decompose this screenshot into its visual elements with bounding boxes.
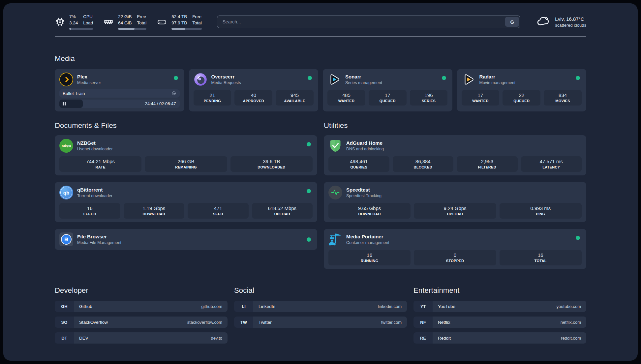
section-title-media: Media	[55, 54, 586, 63]
stat-box: 22 QUEUED	[503, 90, 540, 106]
ram-progress-bar	[118, 28, 146, 30]
app-description: Media server	[77, 80, 101, 85]
app-name: Sonarr	[345, 74, 382, 79]
link-name: StackOverflow	[79, 320, 108, 325]
stat-value: 266 GB	[146, 159, 226, 164]
status-dot	[307, 237, 311, 242]
stat-label: TOTAL	[501, 259, 580, 263]
link-url: youtube.com	[557, 304, 581, 309]
link-tag: YT	[413, 301, 433, 312]
stat-value: 16	[61, 205, 119, 211]
stat-box: 16 LEECH	[59, 203, 120, 219]
app-card-adguard[interactable]: AdGuard Home DNS and adblocking 498,461 …	[324, 135, 586, 175]
app-card-portainer[interactable]: Media Portainer Container management 16 …	[324, 229, 586, 269]
search-input[interactable]	[217, 19, 520, 24]
search-engine-button[interactable]: G	[505, 17, 519, 27]
link-tag: TW	[234, 317, 253, 328]
filebrowser-header: File Browser Media File Management	[59, 232, 313, 246]
stat-box: 16 RUNNING	[328, 250, 411, 265]
status-dot	[307, 189, 311, 193]
stat-label: UPLOAD	[253, 212, 312, 216]
sonarr-stats: 485 WANTED 17 QUEUED 196 SERIES	[327, 90, 448, 106]
link-tag: GH	[55, 301, 74, 312]
stat-value: 0.993 ms	[501, 205, 580, 211]
stat-label: BLOCKED	[394, 165, 452, 169]
link-url: reddit.com	[561, 336, 581, 341]
status-dot	[576, 236, 580, 240]
app-card-filebrowser[interactable]: File Browser Media File Management	[55, 229, 317, 250]
link-row-linkedin[interactable]: LI LinkedIn linkedin.com	[234, 301, 407, 312]
link-name: Github	[79, 304, 92, 309]
disk-progress-bar	[171, 28, 202, 30]
app-description: Usenet downloader	[77, 147, 113, 151]
app-description: Container management	[346, 240, 389, 245]
disk-free: 52.4 TB	[171, 14, 187, 20]
gear-icon[interactable]	[171, 91, 176, 96]
link-row-reddit[interactable]: RE Reddit reddit.com	[413, 332, 586, 344]
app-card-radarr[interactable]: Radarr Movie management 17 WANTED 22 QUE…	[457, 69, 587, 111]
stat-box: 17 WANTED	[462, 90, 500, 106]
stat-box: 945 AVAILABLE	[276, 90, 314, 106]
stat-box: 39.6 TB DOWNLOADED	[230, 156, 313, 172]
disk-values: 52.4 TB 97.9 TB	[171, 14, 187, 26]
cloud-icon	[535, 14, 551, 29]
link-row-stackoverflow[interactable]: SO StackOverflow stackoverflow.com	[55, 317, 228, 328]
stat-value: 16	[330, 252, 409, 258]
status-dot	[174, 76, 178, 80]
app-name: AdGuard Home	[346, 140, 384, 146]
link-row-dev[interactable]: DT DEV dev.to	[55, 332, 228, 344]
media-card-grid: Plex Media server Bullet Train	[55, 69, 586, 111]
weather-widget[interactable]: Lviv, 16.87°C scattered clouds	[535, 14, 586, 29]
radarr-icon	[462, 73, 475, 86]
stat-box: 2,953 FILTERED	[457, 156, 518, 172]
app-name: Media Portainer	[346, 234, 389, 239]
stat-label: SERIES	[411, 99, 446, 103]
app-card-speedtest[interactable]: Speedtest Speedtest Tracking 9.65 Gbps D…	[324, 182, 586, 222]
link-url: github.com	[201, 304, 222, 309]
overseerr-stats: 21 PENDING 40 APPROVED 945 AVAILABLE	[194, 90, 314, 106]
link-row-netflix[interactable]: NF Netflix netflix.com	[413, 317, 586, 328]
stat-label: QUEUED	[504, 99, 539, 103]
stat-label: PENDING	[195, 99, 230, 103]
link-row-youtube[interactable]: YT YouTube youtube.com	[413, 301, 586, 312]
link-row-github[interactable]: GH Github github.com	[55, 301, 228, 312]
ram-labels: Free Total	[137, 14, 147, 26]
app-name: qBittorrent	[77, 187, 112, 193]
stat-label: RATE	[61, 165, 140, 169]
sonarr-icon	[327, 73, 341, 86]
app-card-overseerr[interactable]: Overseerr Media Requests 21 PENDING 40 A…	[189, 69, 319, 111]
app-card-plex[interactable]: Plex Media server Bullet Train	[55, 69, 184, 111]
stat-value: 834	[545, 92, 580, 98]
ram-total: 64 GiB	[118, 20, 132, 26]
dashboard-window: 7% 3.24 CPU Load	[3, 3, 638, 361]
link-row-twitter[interactable]: TW Twitter twitter.com	[234, 317, 407, 328]
stat-value: 16	[501, 252, 580, 258]
adguard-header: AdGuard Home DNS and adblocking	[328, 139, 582, 153]
link-url: dev.to	[211, 336, 222, 341]
app-card-qbittorrent[interactable]: qb qBittorrent Torrent downloader 16 LEE…	[55, 182, 317, 222]
stat-box: 9.24 Gbps UPLOAD	[414, 203, 496, 219]
weather-condition: scattered clouds	[555, 23, 586, 28]
stat-label: LEECH	[61, 212, 119, 216]
app-description: Series management	[345, 80, 382, 85]
stat-box: 744.21 Mbps RATE	[59, 156, 141, 172]
link-url: netflix.com	[561, 320, 581, 325]
app-description: Speedtest Tracking	[346, 194, 382, 198]
ram-icon	[103, 16, 114, 27]
stat-value: 471	[189, 205, 247, 211]
playback-progress-bar[interactable]: 24:44 / 02:06:47	[59, 100, 180, 108]
stat-value: 618.52 Mbps	[253, 205, 312, 211]
stat-box: 618.52 Mbps UPLOAD	[252, 203, 313, 219]
stat-label: DOWNLOAD	[330, 212, 409, 216]
section-title-documents: Documents & Files	[55, 121, 317, 130]
plex-icon	[59, 73, 73, 86]
pause-icon[interactable]	[63, 102, 66, 106]
stat-value: 9.24 Gbps	[415, 205, 495, 211]
stat-value: 2,953	[458, 159, 516, 164]
disk-labels: Free Total	[192, 14, 202, 26]
speedtest-header: Speedtest Speedtest Tracking	[328, 186, 582, 199]
stat-value: 17	[463, 92, 498, 98]
link-tag: DT	[55, 332, 74, 344]
app-card-sonarr[interactable]: Sonarr Series management 485 WANTED 17 Q…	[323, 69, 452, 111]
app-card-nzbget[interactable]: nzbget NZBGet Usenet downloader 744.21 M…	[55, 135, 317, 175]
